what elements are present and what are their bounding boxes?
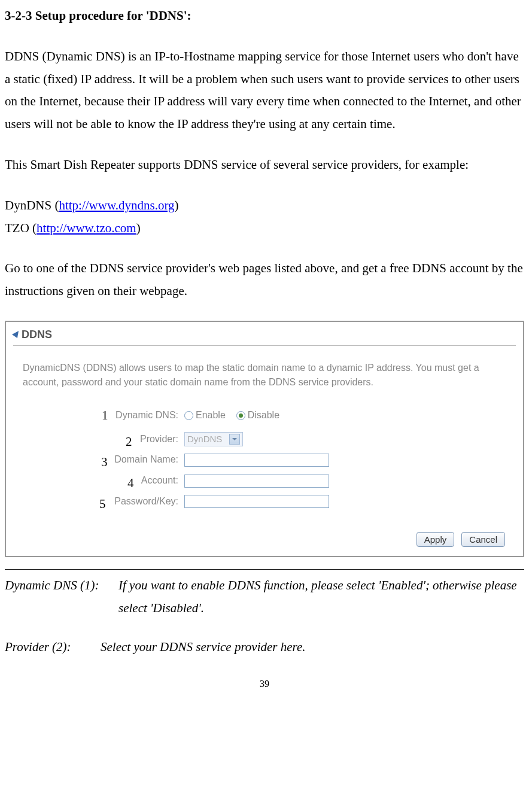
- desc-text-1: If you want to enable DDNS function, ple…: [118, 574, 524, 620]
- row-account: 4 Account:: [23, 472, 506, 489]
- row-domain-name: 3 Domain Name:: [23, 451, 506, 469]
- dynamic-dns-controls: Enable Disable: [184, 405, 279, 427]
- radio-icon: [184, 411, 193, 420]
- enable-option[interactable]: Enable: [184, 407, 226, 424]
- account-input[interactable]: [184, 475, 329, 488]
- radio-icon: [236, 411, 245, 420]
- desc-label-2: Provider (2):: [5, 636, 101, 659]
- section-divider: [5, 569, 524, 570]
- provider-selected: DynDNS: [187, 431, 222, 447]
- paragraph-2: This Smart Dish Repeater supports DDNS s…: [5, 154, 524, 177]
- cancel-button[interactable]: Cancel: [461, 532, 505, 547]
- domain-controls: [184, 454, 329, 467]
- desc-provider: Provider (2): Select your DDNS service p…: [5, 636, 524, 659]
- callout-5: 5: [99, 493, 106, 516]
- dyndns-link[interactable]: http://www.dyndns.org: [59, 198, 174, 212]
- provider-links: DynDNS (http://www.dyndns.org) TZO (http…: [5, 194, 524, 240]
- provider-select[interactable]: DynDNS: [184, 432, 243, 446]
- paragraph-3: Go to one of the DDNS service provider's…: [5, 257, 524, 303]
- label-provider: Provider:: [23, 431, 184, 448]
- dyndns-prefix: DynDNS (: [5, 198, 59, 212]
- callout-1: 1: [102, 405, 108, 427]
- provider-controls: DynDNS: [184, 432, 243, 446]
- panel-title: DDNS: [22, 325, 52, 344]
- row-password: 5 Password/Key:: [23, 493, 506, 510]
- label-account: Account:: [23, 472, 184, 489]
- form-area: 1 Dynamic DNS: Enable Disable 2 Provider…: [6, 405, 523, 510]
- password-input[interactable]: [184, 495, 329, 508]
- desc-text-2: Select your DDNS service provider here.: [101, 636, 306, 659]
- panel-description: DynamicDNS (DDNS) allows users to map th…: [6, 346, 523, 400]
- desc-label-1: Dynamic DNS (1):: [5, 574, 118, 620]
- page-number: 39: [5, 676, 524, 693]
- paragraph-1: DDNS (Dynamic DNS) is an IP-to-Hostname …: [5, 45, 524, 136]
- callout-2: 2: [126, 431, 132, 454]
- row-dynamic-dns: 1 Dynamic DNS: Enable Disable: [23, 405, 506, 427]
- callout-4: 4: [127, 472, 134, 495]
- chevron-down-icon: [229, 434, 240, 445]
- tzo-prefix: TZO (: [5, 221, 37, 235]
- arrow-icon: [11, 331, 19, 338]
- account-controls: [184, 475, 329, 488]
- apply-button[interactable]: Apply: [416, 532, 455, 547]
- enable-label: Enable: [196, 407, 226, 424]
- callout-3: 3: [101, 451, 108, 474]
- section-heading: 3-2-3 Setup procedure for 'DDNS':: [5, 5, 524, 28]
- panel-header: DDNS: [6, 322, 523, 345]
- button-row: Apply Cancel: [6, 514, 523, 547]
- dyndns-suffix: ): [175, 198, 179, 212]
- password-controls: [184, 495, 329, 508]
- desc-dynamic-dns: Dynamic DNS (1): If you want to enable D…: [5, 574, 524, 620]
- ddns-config-panel: DDNS DynamicDNS (DDNS) allows users to m…: [5, 321, 524, 557]
- disable-label: Disable: [248, 407, 279, 424]
- row-provider: 2 Provider: DynDNS: [23, 431, 506, 448]
- tzo-suffix: ): [136, 221, 141, 235]
- tzo-link[interactable]: http://www.tzo.com: [37, 221, 136, 235]
- disable-option[interactable]: Disable: [236, 407, 279, 424]
- domain-name-input[interactable]: [184, 454, 329, 467]
